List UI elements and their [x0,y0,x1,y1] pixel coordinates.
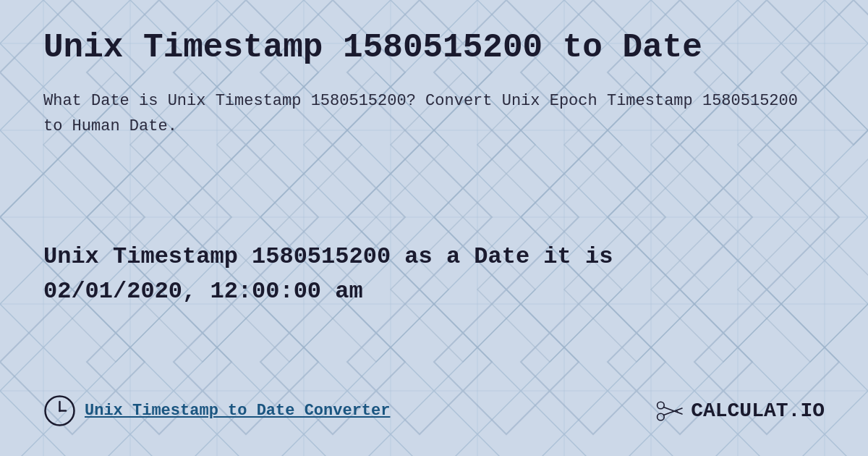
svg-point-56 [658,402,665,409]
page-title: Unix Timestamp 1580515200 to Date [43,29,825,67]
result-line1: Unix Timestamp 1580515200 as a Date it i… [43,243,613,270]
footer: Unix Timestamp to Date Converter CALCULA… [43,380,825,427]
logo-icon [656,397,685,426]
footer-link-text[interactable]: Unix Timestamp to Date Converter [85,402,390,420]
svg-point-57 [658,413,665,421]
result-line2: 02/01/2020, 12:00:00 am [43,278,363,305]
svg-line-58 [664,407,683,414]
result-text: Unix Timestamp 1580515200 as a Date it i… [43,240,825,309]
clock-icon [43,394,76,427]
result-section: Unix Timestamp 1580515200 as a Date it i… [43,240,825,309]
logo-text: CALCULAT.IO [691,400,825,422]
svg-line-59 [664,408,683,415]
description-text: What Date is Unix Timestamp 1580515200? … [43,88,825,139]
footer-left: Unix Timestamp to Date Converter [43,394,390,427]
logo: CALCULAT.IO [656,397,825,426]
